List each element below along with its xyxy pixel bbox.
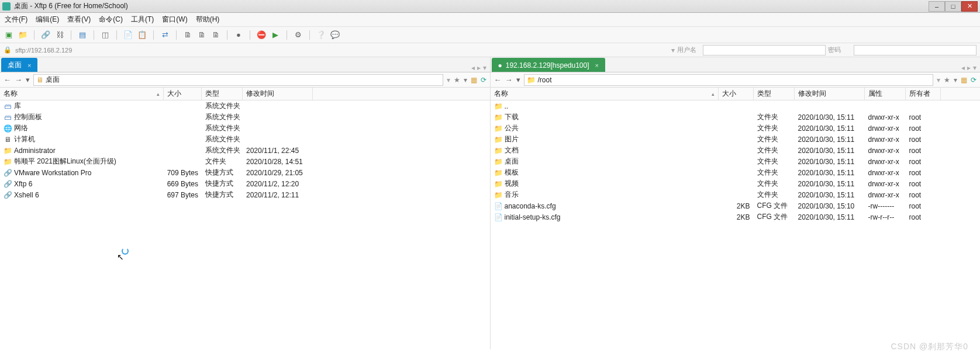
col-size[interactable]: 大小 xyxy=(164,88,202,100)
forward-icon[interactable]: → xyxy=(505,75,513,84)
menu-help[interactable]: 帮助(H) xyxy=(196,15,220,25)
play-icon[interactable]: ▶ xyxy=(270,30,281,40)
separator xyxy=(287,30,287,40)
address-url[interactable]: sftp://192.168.2.129 xyxy=(15,47,460,54)
list-item[interactable]: 📁桌面文件夹2020/10/30, 15:11drwxr-xr-xroot xyxy=(491,156,981,167)
list-item[interactable]: 🗃库系统文件夹 xyxy=(0,100,490,112)
about-icon[interactable]: 💬 xyxy=(330,30,340,40)
prev-tab-icon[interactable]: ◂ xyxy=(961,64,965,72)
separator xyxy=(153,30,154,40)
explorer-icon[interactable]: ▦ xyxy=(961,76,967,84)
window-titlebar[interactable]: 桌面 - Xftp 6 (Free for Home/School) – □ ✕ xyxy=(0,0,980,13)
menu-file[interactable]: 文件(F) xyxy=(5,15,27,25)
remote-file-list[interactable]: 📁..📁下载文件夹2020/10/30, 15:11drwxr-xr-xroot… xyxy=(491,100,981,349)
bookmark-caret-icon[interactable]: ▾ xyxy=(954,76,957,84)
copy-icon[interactable]: 📄 xyxy=(123,30,133,40)
minimize-button[interactable]: – xyxy=(929,1,945,12)
list-item[interactable]: 📁韩顺平 2021图解Linux(全面升级)文件夹2020/10/28, 14:… xyxy=(0,156,490,167)
col-name[interactable]: 名称▴ xyxy=(0,88,164,100)
col-modified[interactable]: 修改时间 xyxy=(243,88,313,100)
list-item[interactable]: 📁.. xyxy=(491,100,981,112)
tab-local-desktop[interactable]: 桌面 × xyxy=(1,58,37,72)
list-item[interactable]: 📁文档文件夹2020/10/30, 15:11drwxr-xr-xroot xyxy=(491,145,981,156)
link-icon[interactable]: 🔗 xyxy=(40,30,51,40)
col-attr[interactable]: 属性 xyxy=(865,88,906,100)
password-input[interactable] xyxy=(854,45,976,55)
transfer-icon[interactable]: ⇄ xyxy=(160,30,170,40)
history-icon[interactable]: ▾ xyxy=(26,75,30,84)
local-file-list[interactable]: ↖ 🗃库系统文件夹🗃控制面板系统文件夹🌐网络系统文件夹🖥计算机系统文件夹📁Adm… xyxy=(0,100,490,349)
path-caret-icon[interactable]: ▾ xyxy=(937,76,940,84)
list-item[interactable]: 📄anaconda-ks.cfg2KBCFG 文件2020/10/30, 15:… xyxy=(491,200,981,211)
forward-icon[interactable]: → xyxy=(15,75,22,84)
list-item[interactable]: 📁模板文件夹2020/10/30, 15:11drwxr-xr-xroot xyxy=(491,167,981,178)
layout-icon[interactable]: ◫ xyxy=(100,30,111,40)
local-path-box[interactable]: 🖥 桌面 xyxy=(33,74,443,86)
list-item[interactable]: 🖥计算机系统文件夹 xyxy=(0,134,490,145)
menu-commands[interactable]: 命令(C) xyxy=(99,15,123,25)
list-item[interactable]: 🔗Xshell 6697 Bytes快捷方式2020/11/2, 12:11 xyxy=(0,189,490,200)
prev-tab-icon[interactable]: ◂ xyxy=(471,64,475,72)
list-item[interactable]: 📁Administrator系统文件夹2020/11/1, 22:45 xyxy=(0,145,490,156)
doc1-icon[interactable]: 🗎 xyxy=(182,30,193,40)
bookmark-icon[interactable]: ★ xyxy=(944,76,950,84)
col-type[interactable]: 类型 xyxy=(754,88,795,100)
new-session-icon[interactable]: ▣ xyxy=(4,30,14,40)
next-tab-icon[interactable]: ▸ xyxy=(477,64,481,72)
settings-icon[interactable]: ⚙ xyxy=(293,30,303,40)
list-item[interactable]: 🔗VMware Workstation Pro709 Bytes快捷方式2020… xyxy=(0,167,490,178)
sync-icon[interactable]: ⛓ xyxy=(54,30,65,40)
separator xyxy=(71,30,71,40)
history-icon[interactable]: ▾ xyxy=(516,75,520,84)
open-folder-icon[interactable]: 📁 xyxy=(18,30,28,40)
paste-icon[interactable]: 📋 xyxy=(137,30,147,40)
menubar: 文件(F) 编辑(E) 查看(V) 命令(C) 工具(T) 窗口(W) 帮助(H… xyxy=(0,13,980,27)
list-item[interactable]: 🔗Xftp 6669 Bytes快捷方式2020/11/2, 12:20 xyxy=(0,178,490,189)
tab-remote-session[interactable]: ● 192.168.2.129[hspedu100] × xyxy=(492,58,606,72)
refresh-icon[interactable]: ⟳ xyxy=(481,76,486,84)
back-icon[interactable]: ← xyxy=(494,75,502,84)
list-item[interactable]: 📁音乐文件夹2020/10/30, 15:11drwxr-xr-xroot xyxy=(491,189,981,200)
separator xyxy=(227,30,227,40)
col-owner[interactable]: 所有者 xyxy=(906,88,941,100)
separator xyxy=(116,30,117,40)
close-tab-icon[interactable]: × xyxy=(595,62,599,69)
remote-pane: ● 192.168.2.129[hspedu100] × ◂ ▸ ▾ ← → ▾… xyxy=(491,57,981,349)
stop-icon[interactable]: ⛔ xyxy=(256,30,267,40)
menu-view[interactable]: 查看(V) xyxy=(67,15,91,25)
doc2-icon[interactable]: 🗎 xyxy=(196,30,207,40)
menu-edit[interactable]: 编辑(E) xyxy=(36,15,59,25)
refresh-icon[interactable]: ⟳ xyxy=(971,76,976,84)
list-item[interactable]: 🌐网络系统文件夹 xyxy=(0,123,490,134)
col-size[interactable]: 大小 xyxy=(719,88,754,100)
list-item[interactable]: 📁图片文件夹2020/10/30, 15:11drwxr-xr-xroot xyxy=(491,134,981,145)
maximize-button[interactable]: □ xyxy=(945,1,961,12)
list-item[interactable]: 📁视频文件夹2020/10/30, 15:11drwxr-xr-xroot xyxy=(491,178,981,189)
remote-path-box[interactable]: 📁 /root xyxy=(524,74,934,86)
caret-down-icon[interactable]: ▾ xyxy=(671,46,675,54)
close-tab-icon[interactable]: × xyxy=(27,62,31,69)
tab-menu-icon[interactable]: ▾ xyxy=(483,64,486,72)
list-item[interactable]: 📁公共文件夹2020/10/30, 15:11drwxr-xr-xroot xyxy=(491,123,981,134)
path-caret-icon[interactable]: ▾ xyxy=(447,76,450,84)
bookmark-caret-icon[interactable]: ▾ xyxy=(464,76,467,84)
list-item[interactable]: 🗃控制面板系统文件夹 xyxy=(0,112,490,123)
col-name[interactable]: 名称▴ xyxy=(491,88,719,100)
new-window-icon[interactable]: ▤ xyxy=(77,30,88,40)
record-icon[interactable]: ● xyxy=(233,30,244,40)
next-tab-icon[interactable]: ▸ xyxy=(967,64,971,72)
help-icon[interactable]: ❔ xyxy=(316,30,326,40)
tab-menu-icon[interactable]: ▾ xyxy=(973,64,976,72)
menu-window[interactable]: 窗口(W) xyxy=(162,15,187,25)
back-icon[interactable]: ← xyxy=(4,75,11,84)
bookmark-icon[interactable]: ★ xyxy=(454,76,460,84)
doc3-icon[interactable]: 🗎 xyxy=(211,30,221,40)
col-type[interactable]: 类型 xyxy=(202,88,243,100)
menu-tools[interactable]: 工具(T) xyxy=(131,15,154,25)
col-modified[interactable]: 修改时间 xyxy=(795,88,865,100)
list-item[interactable]: 📁下载文件夹2020/10/30, 15:11drwxr-xr-xroot xyxy=(491,112,981,123)
explorer-icon[interactable]: ▦ xyxy=(471,76,477,84)
list-item[interactable]: 📄initial-setup-ks.cfg2KBCFG 文件2020/10/30… xyxy=(491,211,981,223)
username-input[interactable] xyxy=(703,45,826,55)
close-button[interactable]: ✕ xyxy=(961,1,978,12)
